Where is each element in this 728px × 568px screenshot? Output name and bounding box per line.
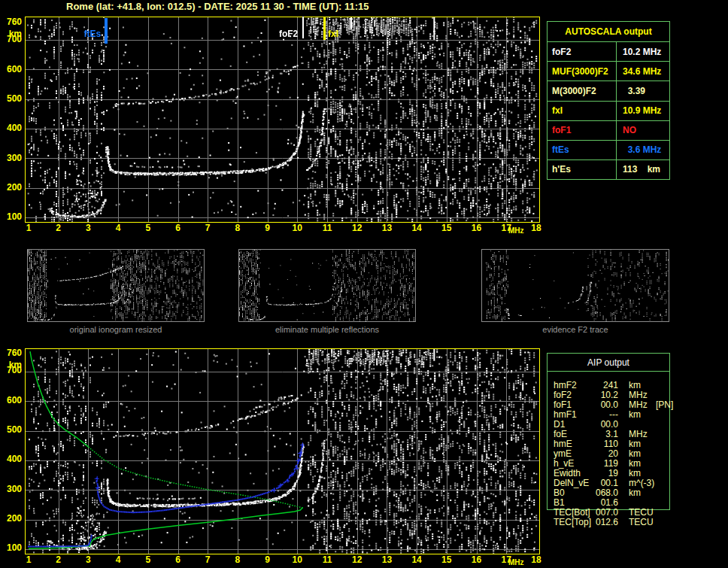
x-tick-5: 5 bbox=[140, 554, 156, 565]
marker-line-ftEs bbox=[105, 18, 108, 44]
x-tick-13: 13 bbox=[378, 554, 395, 565]
x-tick-7: 7 bbox=[199, 554, 216, 565]
aip-extra bbox=[653, 459, 669, 469]
y-tick-400: 400 bbox=[0, 123, 22, 133]
x-tick-3: 3 bbox=[80, 223, 96, 233]
y-tick-600: 600 bbox=[0, 396, 22, 405]
bottom-ionogram-canvas bbox=[25, 348, 540, 554]
y-tick-300: 300 bbox=[0, 153, 22, 163]
x-tick-1: 1 bbox=[20, 223, 37, 233]
autoscala-param-value: 34.6 MHz bbox=[616, 62, 669, 80]
y-tick-500: 500 bbox=[0, 94, 22, 104]
autoscala-param-name: h'Es bbox=[548, 160, 616, 179]
x-tick-14: 14 bbox=[408, 554, 425, 565]
x-tick-15: 15 bbox=[438, 554, 455, 565]
aip-extra bbox=[653, 449, 669, 459]
autoscala-param-name: MUF(3000)F2 bbox=[548, 62, 616, 80]
x-tick-5: 5 bbox=[140, 223, 156, 233]
x-tick-3: 3 bbox=[80, 554, 96, 565]
x-tick-18: 18 bbox=[528, 223, 544, 233]
autoscala-table-title: AUTOSCALA output bbox=[548, 22, 669, 41]
x-tick-16: 16 bbox=[469, 554, 485, 565]
x-tick-11: 11 bbox=[319, 554, 335, 565]
aip-extra bbox=[653, 508, 669, 518]
x-tick-16: 16 bbox=[469, 223, 485, 233]
x-tick-11: 11 bbox=[319, 223, 335, 233]
thumbnail-caption-2: eliminate multiple reflections bbox=[238, 325, 416, 335]
y-tick-600: 600 bbox=[0, 65, 22, 74]
aip-extra bbox=[653, 410, 669, 420]
aip-name: TEC[Top] bbox=[554, 518, 593, 527]
autoscala-output-table: AUTOSCALA output foF210.2 MHzMUF(3000)F2… bbox=[547, 21, 670, 180]
marker-line-fxI bbox=[323, 17, 326, 40]
aip-extra bbox=[653, 518, 669, 527]
y-tick-700: 700 bbox=[0, 35, 22, 44]
x-tick-15: 15 bbox=[438, 223, 455, 233]
x-tick-9: 9 bbox=[259, 223, 276, 233]
y-tick-760: 760 bbox=[0, 17, 22, 27]
autoscala-param-value: NO bbox=[616, 121, 669, 140]
x-tick-9: 9 bbox=[259, 554, 276, 565]
x-tick-14: 14 bbox=[408, 223, 425, 233]
autoscala-param-name: foF2 bbox=[548, 42, 616, 61]
x-tick-1: 1 bbox=[20, 554, 37, 565]
x-tick-6: 6 bbox=[170, 554, 187, 565]
aip-extra: [PN] bbox=[653, 400, 673, 410]
aip-extra bbox=[653, 498, 669, 508]
x-tick-4: 4 bbox=[110, 223, 126, 233]
autoscala-param-name: M(3000)F2 bbox=[548, 81, 616, 100]
aip-output-table: AIP output hmF2241kmfoF210.2MHzfoF100.0M… bbox=[547, 353, 670, 510]
x-tick-13: 13 bbox=[378, 223, 395, 233]
aip-extra bbox=[653, 439, 669, 449]
x-tick-12: 12 bbox=[349, 223, 366, 233]
autoscala-row-M(3000)F2: M(3000)F2 3.39 bbox=[548, 80, 669, 100]
aip-extra bbox=[653, 430, 669, 439]
page-title: Rome (lat: +41.8, lon: 012.5) - DATE: 20… bbox=[66, 1, 369, 12]
autoscala-param-name: foF1 bbox=[548, 121, 616, 140]
autoscala-param-value: 3.39 bbox=[616, 81, 669, 100]
aip-unit: TECU bbox=[618, 518, 653, 527]
y-tick-300: 300 bbox=[0, 484, 22, 494]
aip-extra bbox=[653, 381, 669, 390]
marker-label-foF2: foF2 bbox=[279, 29, 298, 39]
aip-value: 012.6 bbox=[593, 518, 618, 527]
x-tick-2: 2 bbox=[50, 554, 67, 565]
aip-row-TEC[Top]: TEC[Top]012.6TECU bbox=[554, 518, 669, 527]
marker-line-foF2 bbox=[302, 17, 304, 38]
thumbnail-caption-3: evidence F2 trace bbox=[481, 325, 669, 335]
autoscala-param-value: 10.2 MHz bbox=[616, 42, 669, 61]
autoscala-param-value: 10.9 MHz bbox=[616, 102, 669, 120]
autoscala-param-value: 113 km bbox=[616, 160, 669, 179]
autoscala-row-foF1: foF1NO bbox=[548, 120, 669, 140]
aip-extra bbox=[653, 478, 669, 488]
x-tick-18: 18 bbox=[528, 554, 544, 565]
thumbnail-eliminate-reflections bbox=[238, 249, 416, 322]
aip-table-title: AIP output bbox=[548, 354, 669, 372]
autoscala-row-MUF(3000)F2: MUF(3000)F234.6 MHz bbox=[548, 61, 669, 80]
y-tick-400: 400 bbox=[0, 454, 22, 464]
y-tick-760: 760 bbox=[0, 348, 22, 358]
x-tick-10: 10 bbox=[289, 554, 305, 565]
x-tick-2: 2 bbox=[50, 223, 67, 233]
marker-label-ftEs: ftEs bbox=[84, 29, 102, 39]
autoscala-app-window: Rome (lat: +41.8, lon: 012.5) - DATE: 20… bbox=[0, 0, 728, 568]
x-tick-12: 12 bbox=[349, 554, 366, 565]
x-tick-4: 4 bbox=[110, 554, 126, 565]
y-tick-700: 700 bbox=[0, 366, 22, 375]
x-tick-10: 10 bbox=[289, 223, 305, 233]
thumbnail-original-ionogram bbox=[27, 249, 205, 322]
autoscala-row-fxI: fxI10.9 MHz bbox=[548, 101, 669, 120]
aip-extra bbox=[653, 488, 669, 498]
autoscala-param-name: ftEs bbox=[548, 141, 616, 159]
y-tick-100: 100 bbox=[0, 212, 22, 222]
aip-table-rows: hmF2241kmfoF210.2MHzfoF100.0MHz[PN]hmF1-… bbox=[554, 381, 669, 527]
aip-extra bbox=[653, 469, 669, 478]
thumbnail-evidence-f2-trace bbox=[481, 249, 669, 322]
bottom-x-unit-label: MHz bbox=[508, 558, 524, 566]
top-x-unit-label: MHz bbox=[508, 226, 524, 235]
autoscala-row-foF2: foF210.2 MHz bbox=[548, 41, 669, 61]
x-tick-8: 8 bbox=[229, 223, 246, 233]
y-tick-200: 200 bbox=[0, 514, 22, 524]
autoscala-row-h'Es: h'Es113 km bbox=[548, 159, 669, 179]
x-tick-7: 7 bbox=[199, 223, 216, 233]
